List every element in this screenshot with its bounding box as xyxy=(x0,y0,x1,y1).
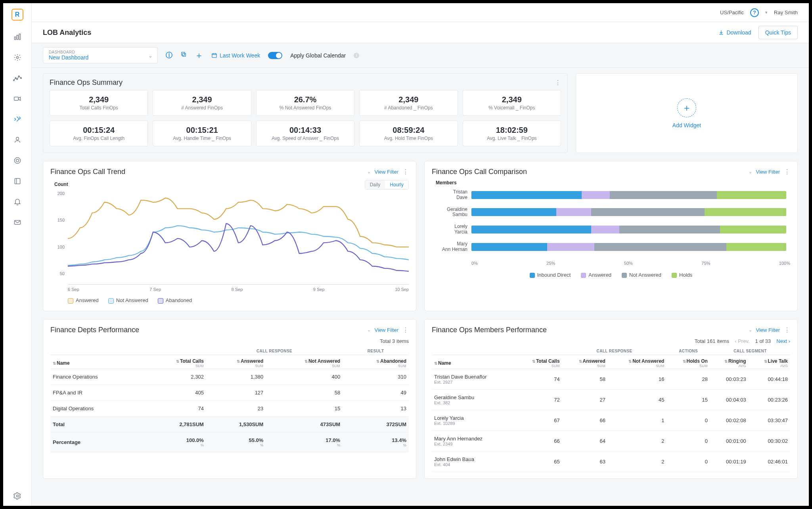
table-row[interactable]: John Edwin BauaExt. 40465632000:01:1902:… xyxy=(432,451,790,472)
hbar-row: GeraldineSambu xyxy=(432,207,786,218)
nav-bell-icon[interactable] xyxy=(13,197,22,206)
nav-circle-icon[interactable] xyxy=(13,156,22,165)
trend-card: Finance Ops Call Trend ⌄ View Filter ⋮ C… xyxy=(43,161,416,311)
svg-point-12 xyxy=(16,159,19,162)
nav-video-icon[interactable] xyxy=(13,94,22,103)
kebab-icon[interactable]: ⋮ xyxy=(402,326,409,334)
board: Finance Ops Summary ⋮ 2,349Total Calls F… xyxy=(32,68,809,506)
svg-point-10 xyxy=(16,137,19,140)
kebab-icon[interactable]: ⋮ xyxy=(555,79,561,86)
nav-gear-icon[interactable] xyxy=(13,492,22,500)
line-chart: 20015010050 xyxy=(50,189,409,285)
kebab-icon[interactable]: ⋮ xyxy=(402,168,409,176)
total-items-label: Total 161 items xyxy=(695,338,729,344)
depts-table: CALL RESPONSERESULT ⇅Name ⇅Total CallsSU… xyxy=(50,346,409,452)
brand-logo: R xyxy=(11,9,23,21)
svg-rect-2 xyxy=(19,34,20,40)
global-calendar-toggle[interactable] xyxy=(268,52,282,59)
copy-icon[interactable] xyxy=(180,51,187,59)
info-dot-icon[interactable]: i xyxy=(354,53,359,58)
svg-rect-13 xyxy=(15,178,20,184)
nav-user-icon[interactable] xyxy=(13,136,22,144)
svg-point-11 xyxy=(14,158,20,164)
table-row[interactable]: Finance Operations2,3021,380400310 xyxy=(50,369,409,385)
main: US/Pacific ? ▾ Ray Smith LOB Analytics D… xyxy=(32,3,809,506)
hbar-row: MaryAnn Hernan xyxy=(432,241,786,253)
date-range-link[interactable]: Last Work Week xyxy=(211,52,260,59)
svg-rect-0 xyxy=(14,37,15,40)
pager-prev: ‹ Prev. xyxy=(735,338,749,344)
kebab-icon[interactable]: ⋮ xyxy=(784,168,790,176)
table-row[interactable]: FP&A and IR4051275849 xyxy=(50,385,409,400)
compare-title: Finance Ops Call Comparison xyxy=(432,168,527,176)
kpi-tile: 2,349# Abandoned _ FinOps xyxy=(359,90,458,116)
table-row[interactable]: Mary Ann HernandezExt. 234966642000:01:0… xyxy=(432,431,790,451)
help-icon[interactable]: ? xyxy=(750,8,759,17)
chevron-down-icon[interactable]: ⌄ xyxy=(367,169,371,174)
view-filter-link[interactable]: View Filter xyxy=(375,327,398,333)
depts-card: Finance Depts Performance ⌄ View Filter … xyxy=(43,319,416,479)
kpi-tile: 00:15:21Avg. Handle Time _ FinOps xyxy=(153,121,251,146)
chevron-down-icon[interactable]: ⌄ xyxy=(367,327,371,333)
compare-card: Finance Ops Call Comparison ⌄ View Filte… xyxy=(424,161,798,311)
svg-rect-16 xyxy=(182,53,186,56)
nav-book-icon[interactable] xyxy=(13,177,22,186)
sidebar: R xyxy=(3,3,32,506)
add-icon[interactable]: ＋ xyxy=(195,50,203,61)
svg-rect-1 xyxy=(17,35,18,40)
download-button[interactable]: Download xyxy=(718,29,751,36)
nav-tools-icon[interactable] xyxy=(13,115,22,124)
chevron-down-icon[interactable]: ⌄ xyxy=(749,169,752,174)
dashboard-select[interactable]: DASHBOARD New Dashboard ⌄ xyxy=(43,47,158,63)
table-pct-row: Percentage100.0%%55.0%%17.0%%13.4%% xyxy=(50,432,409,452)
add-widget-card[interactable]: ＋ Add Widget xyxy=(576,73,798,153)
members-card: Finance Ops Members Performance ⌄ View F… xyxy=(424,319,798,479)
kpi-tile: 08:59:24Avg. Hold Time FinOps xyxy=(359,121,458,146)
trend-title: Finance Ops Call Trend xyxy=(50,168,125,176)
hbar-row: TristanDave xyxy=(432,189,786,201)
members-title: Finance Ops Members Performance xyxy=(432,326,547,334)
kebab-icon[interactable]: ⋮ xyxy=(784,326,790,334)
nav-settings-icon[interactable] xyxy=(13,53,22,62)
plus-icon: ＋ xyxy=(677,98,696,117)
kpi-tile: 00:15:24Avg. FinOps Call Length xyxy=(50,121,148,146)
kpi-tile: 00:14:33Avg. Speed of Answer _ FinOps xyxy=(256,121,354,146)
table-row[interactable]: Tristan Dave BuenaflorExt. 2927745816280… xyxy=(432,369,790,389)
nav-analytics-icon[interactable] xyxy=(13,74,22,82)
kpi-tile: 2,349% Voicemail _ FinOps xyxy=(463,90,561,116)
table-row[interactable]: Lorely YarciaExt. 1028967661000:02:0803:… xyxy=(432,410,790,431)
table-row[interactable]: Digital Operations74231513 xyxy=(50,400,409,416)
quick-tips-button[interactable]: Quick Tips xyxy=(758,26,798,39)
total-items-label: Total 3 items xyxy=(380,338,409,344)
daily-hourly-toggle[interactable]: Daily Hourly xyxy=(365,180,409,189)
kpi-tile: 26.7%% Not Answered FinOps xyxy=(256,90,354,116)
depts-title: Finance Depts Performance xyxy=(50,326,139,334)
chevron-down-icon[interactable]: ▾ xyxy=(765,10,768,15)
hbar-chart: TristanDaveGeraldineSambuLorelyYarciaMar… xyxy=(432,188,790,252)
svg-point-3 xyxy=(16,57,18,59)
view-filter-link[interactable]: View Filter xyxy=(756,169,780,175)
summary-card: Finance Ops Summary ⋮ 2,349Total Calls F… xyxy=(43,73,568,153)
nav-mail-icon[interactable] xyxy=(13,218,22,227)
user-name[interactable]: Ray Smith xyxy=(774,10,798,15)
topbar: US/Pacific ? ▾ Ray Smith xyxy=(32,3,809,22)
nav-dashboard-icon[interactable] xyxy=(13,33,22,41)
trend-ylabel: Count xyxy=(54,182,68,187)
chevron-down-icon: ⌄ xyxy=(148,52,153,58)
svg-point-15 xyxy=(16,495,18,497)
titlebar: LOB Analytics Download Quick Tips xyxy=(32,22,809,43)
members-table: CALL RESPONSEACTIONSCALL SEGMENT ⇅Name ⇅… xyxy=(432,346,790,472)
svg-rect-18 xyxy=(212,54,216,57)
chevron-down-icon[interactable]: ⌄ xyxy=(749,327,752,333)
view-filter-link[interactable]: View Filter xyxy=(375,169,398,175)
compare-ylabel: Members xyxy=(436,180,790,186)
svg-rect-17 xyxy=(182,52,185,55)
pager-next[interactable]: Next › xyxy=(776,338,790,344)
timezone-label[interactable]: US/Pacific xyxy=(720,10,744,15)
toggle-label: Apply Global Calendar xyxy=(290,52,346,59)
view-filter-link[interactable]: View Filter xyxy=(756,327,780,333)
table-row[interactable]: Geraldine SambuExt. 3827227451500:04:030… xyxy=(432,389,790,410)
info-icon[interactable]: ⓘ xyxy=(166,51,172,60)
svg-rect-9 xyxy=(14,97,18,100)
hbar-row: LorelyYarcia xyxy=(432,224,786,235)
